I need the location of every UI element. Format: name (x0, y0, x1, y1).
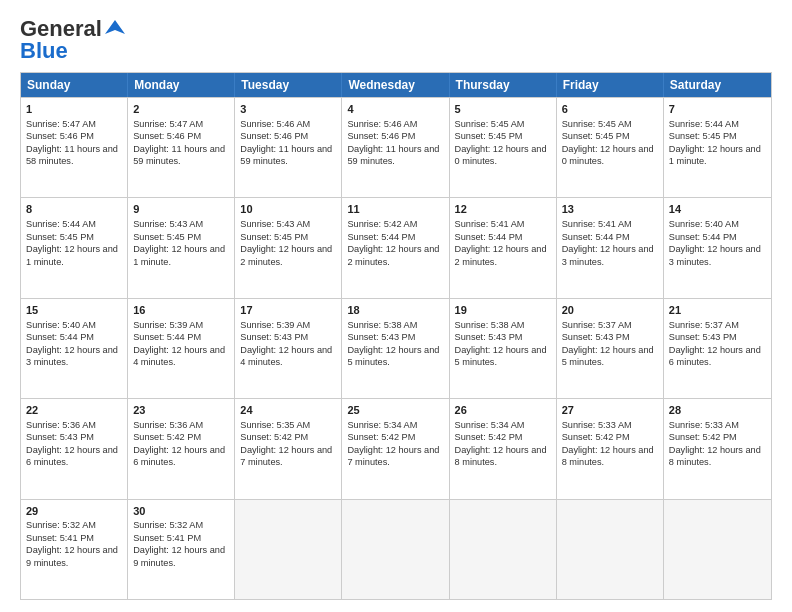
cal-cell: 3Sunrise: 5:46 AM Sunset: 5:46 PM Daylig… (235, 98, 342, 197)
sunrise-text: Sunrise: 5:34 AM (347, 420, 417, 430)
sunrise-text: Sunrise: 5:43 AM (133, 219, 203, 229)
day-number: 16 (133, 303, 229, 318)
sunrise-text: Sunrise: 5:41 AM (455, 219, 525, 229)
daylight-text: Daylight: 12 hours and 5 minutes. (455, 345, 547, 367)
sunset-text: Sunset: 5:45 PM (26, 232, 94, 242)
cal-cell: 27Sunrise: 5:33 AM Sunset: 5:42 PM Dayli… (557, 399, 664, 498)
calendar-header-row: SundayMondayTuesdayWednesdayThursdayFrid… (21, 73, 771, 97)
sunrise-text: Sunrise: 5:41 AM (562, 219, 632, 229)
daylight-text: Daylight: 12 hours and 3 minutes. (562, 244, 654, 266)
cal-cell: 5Sunrise: 5:45 AM Sunset: 5:45 PM Daylig… (450, 98, 557, 197)
day-number: 2 (133, 102, 229, 117)
day-number: 9 (133, 202, 229, 217)
cal-cell: 20Sunrise: 5:37 AM Sunset: 5:43 PM Dayli… (557, 299, 664, 398)
sunset-text: Sunset: 5:44 PM (669, 232, 737, 242)
cal-cell (557, 500, 664, 599)
cal-cell: 8Sunrise: 5:44 AM Sunset: 5:45 PM Daylig… (21, 198, 128, 297)
page: General Blue SundayMondayTuesdayWednesda… (0, 0, 792, 612)
daylight-text: Daylight: 11 hours and 59 minutes. (240, 144, 332, 166)
sunset-text: Sunset: 5:43 PM (455, 332, 523, 342)
daylight-text: Daylight: 12 hours and 5 minutes. (347, 345, 439, 367)
daylight-text: Daylight: 11 hours and 59 minutes. (347, 144, 439, 166)
daylight-text: Daylight: 12 hours and 8 minutes. (669, 445, 761, 467)
day-number: 12 (455, 202, 551, 217)
weekday-header-wednesday: Wednesday (342, 73, 449, 97)
sunrise-text: Sunrise: 5:37 AM (562, 320, 632, 330)
weekday-header-saturday: Saturday (664, 73, 771, 97)
cal-cell: 25Sunrise: 5:34 AM Sunset: 5:42 PM Dayli… (342, 399, 449, 498)
calendar: SundayMondayTuesdayWednesdayThursdayFrid… (20, 72, 772, 600)
sunrise-text: Sunrise: 5:44 AM (669, 119, 739, 129)
day-number: 25 (347, 403, 443, 418)
day-number: 11 (347, 202, 443, 217)
day-number: 5 (455, 102, 551, 117)
daylight-text: Daylight: 12 hours and 2 minutes. (347, 244, 439, 266)
day-number: 4 (347, 102, 443, 117)
daylight-text: Daylight: 12 hours and 7 minutes. (347, 445, 439, 467)
sunset-text: Sunset: 5:46 PM (133, 131, 201, 141)
sunset-text: Sunset: 5:46 PM (26, 131, 94, 141)
sunset-text: Sunset: 5:43 PM (562, 332, 630, 342)
sunset-text: Sunset: 5:42 PM (240, 432, 308, 442)
cal-cell: 7Sunrise: 5:44 AM Sunset: 5:45 PM Daylig… (664, 98, 771, 197)
daylight-text: Daylight: 12 hours and 6 minutes. (669, 345, 761, 367)
day-number: 18 (347, 303, 443, 318)
day-number: 10 (240, 202, 336, 217)
sunset-text: Sunset: 5:42 PM (455, 432, 523, 442)
sunset-text: Sunset: 5:45 PM (240, 232, 308, 242)
day-number: 8 (26, 202, 122, 217)
sunrise-text: Sunrise: 5:37 AM (669, 320, 739, 330)
sunrise-text: Sunrise: 5:45 AM (455, 119, 525, 129)
cal-cell: 29Sunrise: 5:32 AM Sunset: 5:41 PM Dayli… (21, 500, 128, 599)
daylight-text: Daylight: 12 hours and 8 minutes. (562, 445, 654, 467)
day-number: 6 (562, 102, 658, 117)
day-number: 27 (562, 403, 658, 418)
cal-cell: 15Sunrise: 5:40 AM Sunset: 5:44 PM Dayli… (21, 299, 128, 398)
day-number: 20 (562, 303, 658, 318)
calendar-week-1: 1Sunrise: 5:47 AM Sunset: 5:46 PM Daylig… (21, 97, 771, 197)
daylight-text: Daylight: 12 hours and 3 minutes. (669, 244, 761, 266)
cal-cell: 2Sunrise: 5:47 AM Sunset: 5:46 PM Daylig… (128, 98, 235, 197)
daylight-text: Daylight: 12 hours and 8 minutes. (455, 445, 547, 467)
logo-wrapper: General (20, 18, 127, 40)
sunrise-text: Sunrise: 5:35 AM (240, 420, 310, 430)
logo-text: General (20, 18, 102, 40)
weekday-header-tuesday: Tuesday (235, 73, 342, 97)
sunrise-text: Sunrise: 5:33 AM (562, 420, 632, 430)
sunset-text: Sunset: 5:43 PM (347, 332, 415, 342)
svg-marker-0 (105, 20, 125, 34)
sunrise-text: Sunrise: 5:40 AM (669, 219, 739, 229)
cal-cell: 9Sunrise: 5:43 AM Sunset: 5:45 PM Daylig… (128, 198, 235, 297)
sunset-text: Sunset: 5:46 PM (347, 131, 415, 141)
day-number: 26 (455, 403, 551, 418)
cal-cell: 14Sunrise: 5:40 AM Sunset: 5:44 PM Dayli… (664, 198, 771, 297)
sunset-text: Sunset: 5:45 PM (455, 131, 523, 141)
daylight-text: Daylight: 12 hours and 5 minutes. (562, 345, 654, 367)
day-number: 19 (455, 303, 551, 318)
daylight-text: Daylight: 12 hours and 0 minutes. (562, 144, 654, 166)
day-number: 28 (669, 403, 766, 418)
header: General Blue (20, 18, 772, 62)
cal-cell: 10Sunrise: 5:43 AM Sunset: 5:45 PM Dayli… (235, 198, 342, 297)
day-number: 15 (26, 303, 122, 318)
day-number: 24 (240, 403, 336, 418)
weekday-header-friday: Friday (557, 73, 664, 97)
cal-cell: 30Sunrise: 5:32 AM Sunset: 5:41 PM Dayli… (128, 500, 235, 599)
sunset-text: Sunset: 5:43 PM (240, 332, 308, 342)
sunset-text: Sunset: 5:42 PM (347, 432, 415, 442)
logo: General Blue (20, 18, 127, 62)
sunrise-text: Sunrise: 5:32 AM (26, 520, 96, 530)
daylight-text: Daylight: 12 hours and 6 minutes. (26, 445, 118, 467)
sunrise-text: Sunrise: 5:39 AM (240, 320, 310, 330)
sunrise-text: Sunrise: 5:46 AM (240, 119, 310, 129)
daylight-text: Daylight: 11 hours and 59 minutes. (133, 144, 225, 166)
cal-cell (664, 500, 771, 599)
cal-cell (450, 500, 557, 599)
daylight-text: Daylight: 12 hours and 1 minute. (133, 244, 225, 266)
weekday-header-sunday: Sunday (21, 73, 128, 97)
daylight-text: Daylight: 12 hours and 3 minutes. (26, 345, 118, 367)
cal-cell: 11Sunrise: 5:42 AM Sunset: 5:44 PM Dayli… (342, 198, 449, 297)
cal-cell: 4Sunrise: 5:46 AM Sunset: 5:46 PM Daylig… (342, 98, 449, 197)
cal-cell: 24Sunrise: 5:35 AM Sunset: 5:42 PM Dayli… (235, 399, 342, 498)
sunset-text: Sunset: 5:44 PM (347, 232, 415, 242)
